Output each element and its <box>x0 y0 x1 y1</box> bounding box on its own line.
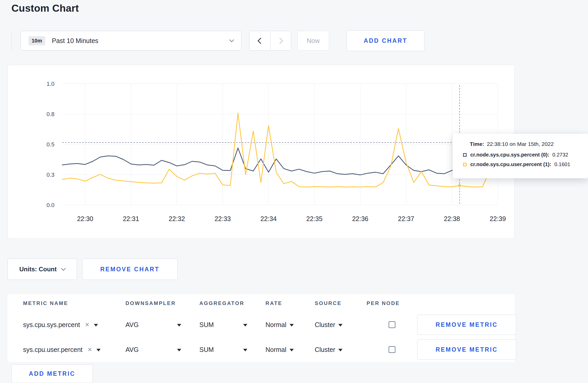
svg-text:0.8: 0.8 <box>46 111 54 117</box>
source-select[interactable]: Cluster <box>315 321 367 329</box>
downsampler-value: AVG <box>125 321 139 329</box>
tooltip-series-value: 0.1601 <box>554 161 570 167</box>
caret-down-icon[interactable] <box>94 324 98 327</box>
next-range-button[interactable] <box>270 31 291 50</box>
caret-down-icon <box>338 349 342 351</box>
clear-metric-icon[interactable]: × <box>88 346 92 353</box>
rate-select[interactable]: Normal <box>265 346 315 353</box>
add-chart-button[interactable]: ADD CHART <box>347 30 424 51</box>
column-header-metric-name: METRIC NAME <box>23 300 125 306</box>
table-row: sys.cpu.sys.percent × AVG SUM Normal <box>8 312 515 337</box>
caret-down-icon <box>243 324 247 327</box>
caret-down-icon[interactable] <box>96 349 101 351</box>
per-node-cell <box>367 346 417 353</box>
aggregator-value: SUM <box>199 321 214 329</box>
caret-down-icon <box>177 324 181 327</box>
series-sys-swatch-icon <box>463 153 467 157</box>
source-value: Cluster <box>315 321 335 329</box>
svg-text:22:31: 22:31 <box>123 215 139 222</box>
tooltip-series-row: cr.node.sys.cpu.user.percent (1): 0.1601 <box>463 161 583 167</box>
caret-down-icon <box>243 349 247 351</box>
svg-text:22:37: 22:37 <box>398 215 414 222</box>
tooltip-series-value: 0.2732 <box>552 152 568 158</box>
svg-text:22:33: 22:33 <box>215 215 231 222</box>
svg-text:22:39: 22:39 <box>490 215 506 222</box>
svg-text:0.0: 0.0 <box>46 202 54 208</box>
svg-text:1.0: 1.0 <box>46 81 54 87</box>
tooltip-series-row: cr.node.sys.cpu.sys.percent (0): 0.2732 <box>463 152 583 158</box>
time-nav-group <box>249 31 291 51</box>
column-header-aggregator: AGGREGATOR <box>199 300 265 306</box>
units-label: Units: Count <box>19 266 57 273</box>
source-select[interactable]: Cluster <box>315 346 367 353</box>
chart-card: 1.00.80.50.30.022:3022:3122:3222:3322:34… <box>8 65 515 239</box>
tooltip-time: Time:22:38:10 on Mar 15th, 2022 <box>463 141 583 147</box>
svg-text:22:30: 22:30 <box>77 215 93 222</box>
per-node-checkbox[interactable] <box>389 346 395 353</box>
units-dropdown[interactable]: Units: Count <box>8 259 77 280</box>
svg-text:0.3: 0.3 <box>46 172 54 178</box>
clear-metric-icon[interactable]: × <box>85 321 89 328</box>
per-node-checkbox[interactable] <box>389 321 395 328</box>
metric-name: sys.cpu.sys.percent <box>23 321 80 329</box>
toolbar-divider <box>11 31 12 51</box>
aggregator-select[interactable]: SUM <box>199 346 265 353</box>
time-window-label: Past 10 Minutes <box>52 37 98 45</box>
chart-controls-row: Units: Count REMOVE CHART <box>8 259 178 280</box>
metrics-table-header: METRIC NAME DOWNSAMPLER AGGREGATOR RATE … <box>8 294 515 312</box>
chevron-down-icon <box>61 266 66 271</box>
remove-metric-button[interactable]: REMOVE METRIC <box>417 315 516 335</box>
aggregator-value: SUM <box>199 346 214 353</box>
svg-text:22:38: 22:38 <box>444 215 460 222</box>
downsampler-select[interactable]: AVG <box>125 321 199 329</box>
column-header-downsampler: DOWNSAMPLER <box>125 300 199 306</box>
downsampler-select[interactable]: AVG <box>125 346 199 353</box>
metric-name-select[interactable]: sys.cpu.sys.percent × <box>23 321 125 329</box>
rate-value: Normal <box>265 321 286 329</box>
prev-range-button[interactable] <box>249 31 270 50</box>
caret-down-icon <box>290 324 294 327</box>
add-metric-button[interactable]: ADD METRIC <box>11 364 93 383</box>
downsampler-value: AVG <box>125 346 139 353</box>
page-title: Custom Chart <box>11 3 79 14</box>
time-window-selector[interactable]: 10m Past 10 Minutes <box>20 31 241 51</box>
caret-down-icon <box>177 349 181 351</box>
chevron-down-icon <box>229 37 234 42</box>
svg-text:22:34: 22:34 <box>261 215 277 222</box>
aggregator-select[interactable]: SUM <box>199 321 265 329</box>
rate-select[interactable]: Normal <box>265 321 315 329</box>
tooltip-series-label: cr.node.sys.cpu.user.percent (1): <box>470 161 551 167</box>
caret-down-icon <box>290 349 294 351</box>
toolbar: 10m Past 10 Minutes Now ADD CHART <box>11 31 424 51</box>
metrics-table: METRIC NAME DOWNSAMPLER AGGREGATOR RATE … <box>8 294 515 362</box>
series-user-swatch-icon <box>463 163 467 166</box>
chart-tooltip: Time:22:38:10 on Mar 15th, 2022 cr.node.… <box>453 134 588 178</box>
caret-down-icon <box>338 324 342 327</box>
tooltip-series-label: cr.node.sys.cpu.sys.percent (0): <box>470 152 549 158</box>
chevron-right-icon <box>277 38 283 44</box>
rate-value: Normal <box>265 346 286 353</box>
custom-chart-page: Custom Chart 10m Past 10 Minutes Now ADD… <box>0 0 588 383</box>
line-chart[interactable]: 1.00.80.50.30.022:3022:3122:3222:3322:34… <box>8 65 514 238</box>
svg-text:0.5: 0.5 <box>46 141 54 148</box>
tooltip-time-label: Time: <box>470 141 484 147</box>
svg-text:22:36: 22:36 <box>352 215 368 222</box>
column-header-source: SOURCE <box>315 300 367 306</box>
remove-chart-button[interactable]: REMOVE CHART <box>82 259 178 280</box>
chevron-left-icon <box>257 38 264 44</box>
tooltip-time-value: 22:38:10 on Mar 15th, 2022 <box>487 141 554 147</box>
column-header-per-node: PER NODE <box>367 300 417 306</box>
column-header-rate: RATE <box>265 300 315 306</box>
actions-cell: REMOVE METRIC <box>417 339 516 360</box>
svg-text:22:32: 22:32 <box>169 215 185 222</box>
metric-name: sys.cpu.user.percent <box>23 346 82 353</box>
time-window-badge: 10m <box>29 36 45 45</box>
actions-cell: REMOVE METRIC <box>417 315 516 335</box>
svg-text:22:35: 22:35 <box>306 215 323 222</box>
now-button[interactable]: Now <box>297 31 329 51</box>
table-row: sys.cpu.user.percent × AVG SUM Normal <box>8 337 515 362</box>
source-value: Cluster <box>315 346 335 353</box>
remove-metric-button[interactable]: REMOVE METRIC <box>417 339 516 360</box>
metric-name-select[interactable]: sys.cpu.user.percent × <box>23 346 125 353</box>
per-node-cell <box>367 321 417 328</box>
